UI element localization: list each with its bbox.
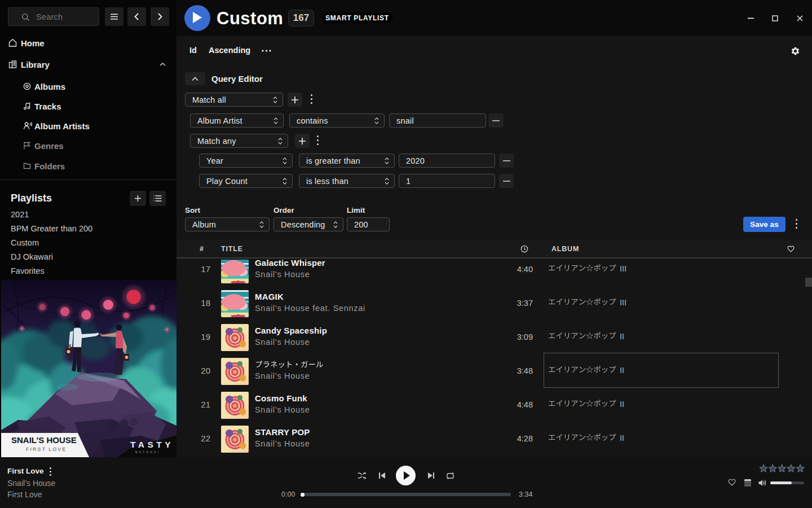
- svg-text:TASTY: TASTY: [130, 440, 174, 449]
- svg-text:BSTNNXI: BSTNNXI: [135, 450, 160, 454]
- svg-text:FIRST LOVE: FIRST LOVE: [26, 446, 67, 452]
- svg-text:SNAIL’S HOUSE: SNAIL’S HOUSE: [11, 435, 77, 445]
